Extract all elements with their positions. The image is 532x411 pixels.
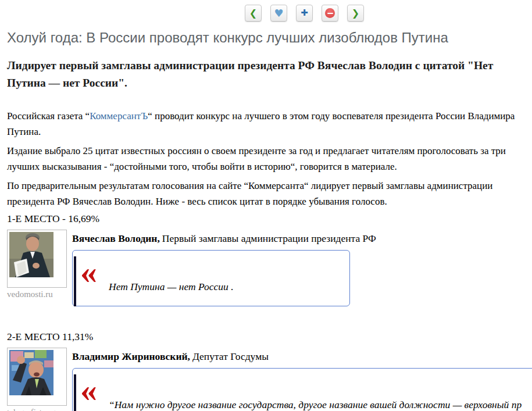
page-title: Холуй года: В России проводят конкурс лу… — [7, 29, 525, 47]
paragraph-1-before: Российская газета “ — [7, 110, 90, 121]
entry-body: Вячеслав Володин,Первый замглавы админис… — [72, 230, 525, 306]
entry-body: Владимир Жириновский,Депутат Госдумы « “… — [72, 348, 525, 411]
person-role: Депутат Госдумы — [192, 351, 269, 362]
photo-zhirinovsky — [9, 350, 53, 395]
quote-text: “Нам нужно другое название государства, … — [109, 399, 522, 411]
paragraph-2: Издание выбрало 25 цитат известных росси… — [7, 143, 525, 174]
photo-volodin — [9, 232, 53, 277]
person-line: Владимир Жириновский,Депутат Госдумы — [72, 350, 525, 363]
photo-frame-volodin — [7, 230, 67, 288]
guillemet-quote-icon: « — [80, 255, 97, 289]
rank-label-2: 2-Е МЕСТО 11,31% — [7, 331, 525, 343]
quote-box: « “Нам нужно другое название государства… — [72, 368, 532, 411]
person-line: Вячеслав Володин,Первый замглавы админис… — [72, 232, 525, 245]
article: Холуй года: В России проводят конкурс лу… — [0, 0, 532, 411]
rank-label-1: 1-Е МЕСТО - 16,69% — [7, 213, 525, 225]
entry-zhirinovsky: telegrafist.org Владимир Жириновский,Деп… — [7, 348, 525, 411]
chevron-left-icon: ❮ — [249, 9, 257, 18]
photo-column: vedomosti.ru — [7, 230, 67, 299]
photo-frame-zhirinovsky — [7, 348, 67, 406]
photo-caption: vedomosti.ru — [7, 290, 67, 299]
entry-volodin: vedomosti.ru Вячеслав Володин,Первый зам… — [7, 230, 525, 306]
paragraph-1: Российская газета “КоммерсантЪ“ проводит… — [7, 108, 525, 140]
plus-icon: ✚ — [301, 9, 308, 17]
guillemet-quote-icon: « — [80, 373, 97, 407]
add-button[interactable]: ✚ — [296, 5, 313, 22]
person-role: Первый замглавы администрации президента… — [162, 233, 376, 244]
toolbar: ❮ ♥ ✚ ❯ — [245, 5, 364, 22]
person-name: Вячеслав Володин, — [72, 233, 160, 244]
minus-circle-icon — [325, 8, 335, 18]
quote-text: Нет Путина — нет России . — [109, 281, 234, 293]
favorite-button[interactable]: ♥ — [270, 5, 287, 22]
photo-column: telegrafist.org — [7, 348, 67, 411]
heart-icon: ♥ — [274, 8, 283, 19]
paragraph-3: По предварительным результатам голосован… — [7, 178, 525, 209]
person-name: Владимир Жириновский, — [72, 351, 190, 362]
article-lead: Лидирует первый замглавы администрации п… — [7, 57, 519, 92]
quote-left-stripe — [74, 374, 76, 411]
kommersant-link[interactable]: КоммерсантЪ — [90, 110, 148, 121]
chevron-right-icon: ❯ — [352, 9, 359, 18]
block-button[interactable] — [322, 5, 338, 22]
previous-button[interactable]: ❮ — [245, 5, 262, 22]
quote-left-stripe — [74, 256, 76, 306]
photo-caption: telegrafist.org — [7, 408, 67, 411]
next-button[interactable]: ❯ — [347, 5, 364, 22]
quote-box: « Нет Путина — нет России . — [72, 250, 350, 306]
